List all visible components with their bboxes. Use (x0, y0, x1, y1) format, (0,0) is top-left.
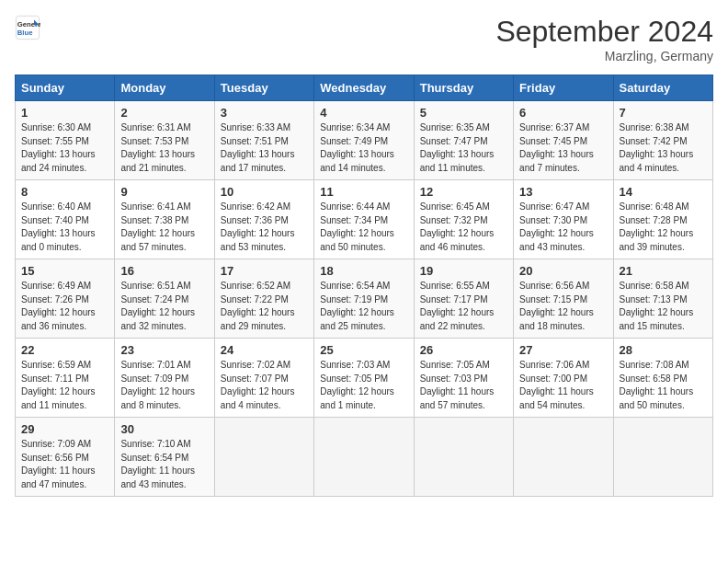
day-number: 26 (420, 343, 507, 357)
calendar-cell: 16Sunrise: 6:51 AMSunset: 7:24 PMDayligh… (115, 259, 214, 339)
day-info: Sunrise: 6:30 AMSunset: 7:55 PMDaylight:… (21, 121, 108, 175)
day-number: 30 (120, 422, 208, 436)
day-number: 29 (21, 422, 108, 436)
weekday-header-tuesday: Tuesday (214, 75, 313, 101)
day-number: 17 (221, 264, 308, 278)
calendar-cell: 14Sunrise: 6:48 AMSunset: 7:28 PMDayligh… (613, 180, 712, 259)
day-number: 6 (519, 106, 607, 120)
day-number: 14 (620, 185, 707, 199)
day-info: Sunrise: 6:44 AMSunset: 7:34 PMDaylight:… (320, 201, 407, 254)
calendar-cell: 3Sunrise: 6:33 AMSunset: 7:51 PMDaylight… (214, 101, 313, 180)
day-number: 18 (320, 264, 407, 278)
calendar-cell: 29Sunrise: 7:09 AMSunset: 6:56 PMDayligh… (16, 418, 115, 497)
day-number: 12 (420, 185, 507, 199)
day-info: Sunrise: 6:55 AMSunset: 7:17 PMDaylight:… (420, 280, 507, 333)
weekday-header-row: SundayMondayTuesdayWednesdayThursdayFrid… (16, 75, 713, 101)
calendar-cell: 4Sunrise: 6:34 AMSunset: 7:49 PMDaylight… (314, 101, 414, 180)
calendar-cell: 21Sunrise: 6:58 AMSunset: 7:13 PMDayligh… (613, 259, 712, 339)
day-number: 20 (519, 264, 607, 278)
calendar-week-row: 29Sunrise: 7:09 AMSunset: 6:56 PMDayligh… (16, 418, 713, 497)
day-number: 1 (21, 106, 108, 120)
calendar-cell: 10Sunrise: 6:42 AMSunset: 7:36 PMDayligh… (214, 180, 313, 259)
day-number: 13 (519, 185, 607, 199)
calendar-cell: 12Sunrise: 6:45 AMSunset: 7:32 PMDayligh… (414, 180, 513, 259)
calendar-cell: 5Sunrise: 6:35 AMSunset: 7:47 PMDaylight… (414, 101, 513, 180)
svg-text:Blue: Blue (17, 29, 33, 37)
page-header: General Blue September 2024 Marzling, Ge… (15, 15, 713, 63)
calendar-week-row: 1Sunrise: 6:30 AMSunset: 7:55 PMDaylight… (16, 101, 713, 180)
day-number: 22 (21, 343, 108, 357)
day-info: Sunrise: 7:10 AMSunset: 6:54 PMDaylight:… (120, 438, 208, 491)
day-info: Sunrise: 6:48 AMSunset: 7:28 PMDaylight:… (620, 201, 707, 254)
calendar-cell: 22Sunrise: 6:59 AMSunset: 7:11 PMDayligh… (16, 339, 115, 418)
day-info: Sunrise: 6:37 AMSunset: 7:45 PMDaylight:… (519, 121, 607, 175)
day-number: 23 (120, 343, 208, 357)
calendar-cell: 26Sunrise: 7:05 AMSunset: 7:03 PMDayligh… (414, 339, 513, 418)
calendar-cell: 9Sunrise: 6:41 AMSunset: 7:38 PMDaylight… (115, 180, 214, 259)
day-number: 24 (221, 343, 308, 357)
weekday-header-saturday: Saturday (613, 75, 712, 101)
day-info: Sunrise: 6:41 AMSunset: 7:38 PMDaylight:… (120, 201, 208, 254)
day-number: 15 (21, 264, 108, 278)
weekday-header-sunday: Sunday (16, 75, 115, 101)
calendar-cell: 17Sunrise: 6:52 AMSunset: 7:22 PMDayligh… (214, 259, 313, 339)
calendar-cell: 23Sunrise: 7:01 AMSunset: 7:09 PMDayligh… (115, 339, 214, 418)
day-number: 25 (320, 343, 407, 357)
day-info: Sunrise: 6:35 AMSunset: 7:47 PMDaylight:… (420, 121, 507, 175)
calendar-cell: 30Sunrise: 7:10 AMSunset: 6:54 PMDayligh… (115, 418, 214, 497)
day-number: 8 (21, 185, 108, 199)
calendar-cell: 19Sunrise: 6:55 AMSunset: 7:17 PMDayligh… (414, 259, 513, 339)
calendar-cell: 15Sunrise: 6:49 AMSunset: 7:26 PMDayligh… (16, 259, 115, 339)
day-info: Sunrise: 7:09 AMSunset: 6:56 PMDaylight:… (21, 438, 108, 491)
calendar-cell: 11Sunrise: 6:44 AMSunset: 7:34 PMDayligh… (314, 180, 414, 259)
day-info: Sunrise: 6:51 AMSunset: 7:24 PMDaylight:… (120, 280, 208, 333)
day-info: Sunrise: 6:49 AMSunset: 7:26 PMDaylight:… (21, 280, 108, 333)
calendar-cell: 2Sunrise: 6:31 AMSunset: 7:53 PMDaylight… (115, 101, 214, 180)
weekday-header-friday: Friday (514, 75, 613, 101)
day-info: Sunrise: 6:59 AMSunset: 7:11 PMDaylight:… (21, 359, 108, 412)
weekday-header-monday: Monday (115, 75, 214, 101)
calendar-week-row: 8Sunrise: 6:40 AMSunset: 7:40 PMDaylight… (16, 180, 713, 259)
calendar-cell (613, 418, 712, 497)
day-info: Sunrise: 7:06 AMSunset: 7:00 PMDaylight:… (519, 359, 607, 412)
day-info: Sunrise: 7:02 AMSunset: 7:07 PMDaylight:… (221, 359, 308, 412)
calendar-cell: 28Sunrise: 7:08 AMSunset: 6:58 PMDayligh… (613, 339, 712, 418)
calendar-week-row: 22Sunrise: 6:59 AMSunset: 7:11 PMDayligh… (16, 339, 713, 418)
weekday-header-wednesday: Wednesday (314, 75, 414, 101)
day-info: Sunrise: 6:54 AMSunset: 7:19 PMDaylight:… (320, 280, 407, 333)
day-number: 7 (620, 106, 707, 120)
day-number: 4 (320, 106, 407, 120)
day-info: Sunrise: 6:38 AMSunset: 7:42 PMDaylight:… (620, 121, 707, 175)
day-number: 11 (320, 185, 407, 199)
weekday-header-thursday: Thursday (414, 75, 513, 101)
calendar-cell: 13Sunrise: 6:47 AMSunset: 7:30 PMDayligh… (514, 180, 613, 259)
calendar-cell: 24Sunrise: 7:02 AMSunset: 7:07 PMDayligh… (214, 339, 313, 418)
day-info: Sunrise: 6:42 AMSunset: 7:36 PMDaylight:… (221, 201, 308, 254)
day-info: Sunrise: 6:58 AMSunset: 7:13 PMDaylight:… (620, 280, 707, 333)
day-number: 16 (120, 264, 208, 278)
day-info: Sunrise: 7:03 AMSunset: 7:05 PMDaylight:… (320, 359, 407, 412)
day-info: Sunrise: 6:47 AMSunset: 7:30 PMDaylight:… (519, 201, 607, 254)
calendar-cell (314, 418, 414, 497)
calendar-cell: 18Sunrise: 6:54 AMSunset: 7:19 PMDayligh… (314, 259, 414, 339)
day-number: 3 (221, 106, 308, 120)
calendar-table: SundayMondayTuesdayWednesdayThursdayFrid… (15, 75, 713, 497)
title-block: September 2024 Marzling, Germany (495, 15, 713, 63)
day-number: 19 (420, 264, 507, 278)
day-info: Sunrise: 6:56 AMSunset: 7:15 PMDaylight:… (519, 280, 607, 333)
calendar-cell (514, 418, 613, 497)
day-info: Sunrise: 6:31 AMSunset: 7:53 PMDaylight:… (120, 121, 208, 175)
day-number: 2 (120, 106, 208, 120)
day-number: 21 (620, 264, 707, 278)
day-info: Sunrise: 7:01 AMSunset: 7:09 PMDaylight:… (120, 359, 208, 412)
day-number: 10 (221, 185, 308, 199)
day-number: 9 (120, 185, 208, 199)
day-info: Sunrise: 6:33 AMSunset: 7:51 PMDaylight:… (221, 121, 308, 175)
day-number: 28 (620, 343, 707, 357)
calendar-cell (414, 418, 513, 497)
calendar-cell: 27Sunrise: 7:06 AMSunset: 7:00 PMDayligh… (514, 339, 613, 418)
calendar-cell: 20Sunrise: 6:56 AMSunset: 7:15 PMDayligh… (514, 259, 613, 339)
logo-icon: General Blue (15, 15, 40, 40)
day-info: Sunrise: 6:52 AMSunset: 7:22 PMDaylight:… (221, 280, 308, 333)
location: Marzling, Germany (495, 49, 713, 63)
